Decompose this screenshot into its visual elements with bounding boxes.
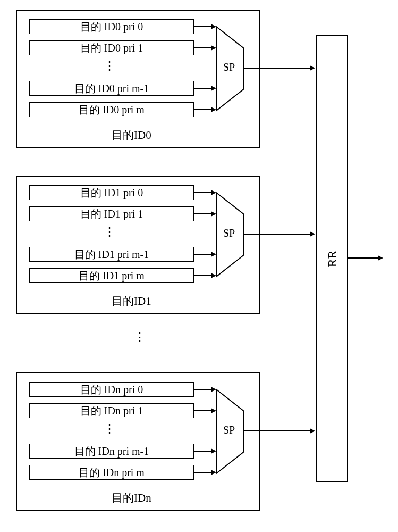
group-label: 目的ID0 [112, 128, 151, 143]
queue-label: 目的 IDn pri m [79, 466, 145, 480]
arrow-head-icon [211, 448, 216, 454]
queue-label: 目的 ID1 pri 0 [80, 186, 143, 200]
arrow-head-icon [211, 107, 216, 112]
queue-label: 目的 ID0 pri m-1 [74, 81, 149, 96]
arrow-line [243, 234, 311, 235]
arrow-head-icon [211, 408, 216, 413]
group-label: 目的IDn [112, 491, 151, 505]
arrow-head-icon [211, 190, 216, 195]
arrow-line [194, 192, 212, 193]
arrow-line [194, 275, 212, 276]
queue-row: 目的 ID0 pri 1 [29, 40, 194, 55]
queue-row: 目的 IDn pri 0 [29, 382, 194, 397]
queue-row: 目的 ID0 pri 0 [29, 19, 194, 34]
arrow-head-icon [211, 86, 216, 91]
queue-row: 目的 IDn pri m [29, 465, 194, 480]
queue-label: 目的 IDn pri 1 [80, 404, 143, 418]
queue-label: 目的 ID0 pri 0 [80, 20, 143, 34]
vertical-dots-icon: ⋮ [134, 335, 146, 339]
rr-box: RR [316, 35, 348, 482]
group-label: 目的ID1 [112, 294, 151, 309]
queue-label: 目的 ID0 pri m [79, 103, 145, 117]
arrow-line [194, 47, 212, 48]
arrow-head-icon [211, 24, 216, 29]
arrow-line [194, 254, 212, 255]
queue-row: 目的 IDn pri 1 [29, 403, 194, 418]
queue-label: 目的 ID0 pri 1 [80, 41, 143, 55]
arrow-head-icon [211, 211, 216, 217]
queue-label: 目的 IDn pri 0 [80, 383, 143, 397]
queue-row: 目的 ID0 pri m-1 [29, 81, 194, 96]
arrow-line [194, 410, 212, 411]
queue-label: 目的 ID1 pri m [79, 269, 145, 283]
queue-label: 目的 ID1 pri m-1 [74, 247, 149, 262]
arrow-head-icon [310, 428, 315, 434]
arrow-line [194, 451, 212, 452]
arrow-head-icon [211, 273, 216, 278]
arrow-head-icon [310, 231, 315, 237]
queue-row: 目的 IDn pri m-1 [29, 444, 194, 459]
arrow-line [194, 472, 212, 473]
arrow-head-icon [310, 65, 315, 71]
arrow-line [348, 257, 379, 259]
arrow-line [243, 68, 311, 69]
arrow-head-icon [211, 470, 216, 475]
queue-row: 目的 ID1 pri 1 [29, 206, 194, 221]
arrow-line [194, 26, 212, 27]
vertical-dots-icon: ⋮ [104, 230, 115, 234]
arrow-line [194, 389, 212, 390]
queue-label: 目的 ID1 pri 1 [80, 207, 143, 221]
vertical-dots-icon: ⋮ [104, 64, 115, 68]
arrow-line [194, 109, 212, 110]
arrow-head-icon [211, 45, 216, 51]
mux-label: SP [223, 424, 235, 436]
queue-row: 目的 ID1 pri m-1 [29, 247, 194, 262]
vertical-dots-icon: ⋮ [104, 427, 115, 431]
mux-label: SP [223, 61, 235, 73]
rr-label: RR [325, 250, 339, 267]
arrow-line [194, 88, 212, 89]
arrow-line [194, 213, 212, 214]
queue-row: 目的 ID0 pri m [29, 102, 194, 117]
queue-label: 目的 IDn pri m-1 [74, 444, 149, 459]
queue-row: 目的 ID1 pri 0 [29, 185, 194, 200]
mux-label: SP [223, 227, 235, 239]
arrow-line [243, 430, 311, 431]
arrow-head-icon [211, 252, 216, 257]
arrow-head-icon [378, 255, 383, 261]
arrow-head-icon [211, 387, 216, 392]
queue-row: 目的 ID1 pri m [29, 268, 194, 283]
